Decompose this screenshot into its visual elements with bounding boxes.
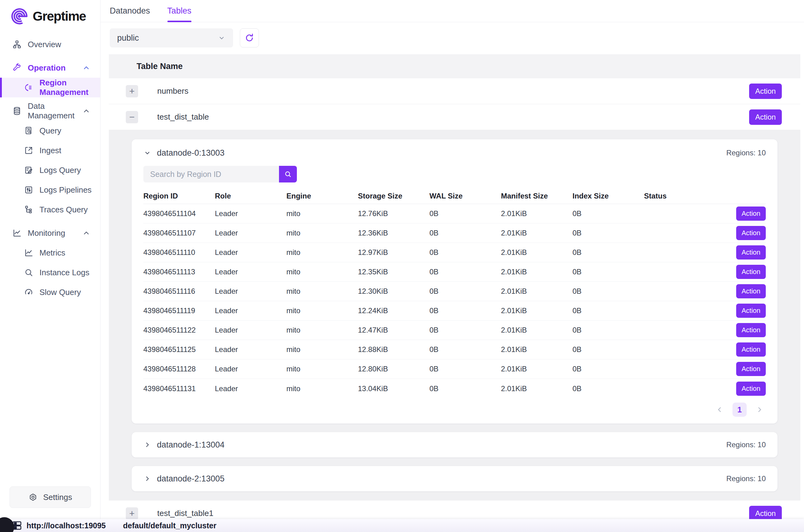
region-action-button[interactable]: Action	[736, 362, 766, 376]
sidebar-item-label: Overview	[28, 40, 61, 49]
region-cell: 0B	[429, 268, 501, 276]
settings-button[interactable]: Settings	[9, 487, 91, 508]
region-cell: mito	[286, 287, 358, 296]
server-url[interactable]: http://localhost:19095	[26, 521, 106, 530]
region-cell: 12.24KiB	[358, 306, 429, 315]
pagination-prev-icon[interactable]	[715, 405, 724, 414]
region-cell: 12.88KiB	[358, 345, 429, 354]
region-cell: 2.01KiB	[501, 209, 573, 218]
database-icon	[12, 106, 22, 116]
sidebar-item-traces-query[interactable]: Traces Query	[0, 200, 100, 220]
column-header: Role	[215, 192, 286, 200]
region-cell: 4398046511122	[143, 326, 215, 335]
tab-tables[interactable]: Tables	[167, 0, 191, 22]
sidebar-item-label: Region Management	[39, 78, 100, 97]
settings-label: Settings	[43, 493, 72, 502]
cluster-name[interactable]: default/default_mycluster	[123, 521, 216, 530]
plus-icon: +	[129, 87, 135, 96]
datanode-1-card[interactable]: datanode-1:13004 Regions: 10	[132, 432, 778, 457]
collapse-button[interactable]: −	[126, 111, 138, 123]
region-action-cell: Action	[736, 284, 766, 298]
region-action-button[interactable]: Action	[736, 226, 766, 240]
sidebar-item-slow-query[interactable]: Slow Query	[0, 282, 100, 302]
region-cell: Leader	[215, 209, 286, 218]
region-cell: 4398046511131	[143, 384, 215, 393]
gauge-icon	[24, 288, 33, 297]
table-name-column-header: Table Name	[137, 62, 183, 71]
sidebar-item-logs-query[interactable]: Logs Query	[0, 160, 100, 180]
pagination-next-icon[interactable]	[755, 405, 764, 414]
app-window: Greptime Overview Operation Region Manag…	[0, 0, 804, 532]
sidebar-item-data-management[interactable]: Data Management	[0, 101, 100, 121]
table-row-numbers: + numbers Action	[109, 78, 800, 104]
sidebar-item-overview[interactable]: Overview	[0, 35, 100, 54]
expand-button[interactable]: +	[126, 507, 138, 520]
region-action-button[interactable]: Action	[736, 323, 766, 337]
refresh-button[interactable]	[240, 28, 259, 48]
table-action-button[interactable]: Action	[749, 83, 782, 99]
table-action-button[interactable]: Action	[749, 506, 782, 521]
region-cell: 0B	[573, 229, 644, 238]
sidebar-item-label: Ingest	[39, 146, 61, 155]
datanode-0-header[interactable]: datanode-0:13003 Regions: 10	[143, 146, 766, 160]
line-chart-icon	[24, 248, 33, 258]
database-select[interactable]: public	[110, 28, 233, 48]
region-action-cell: Action	[736, 265, 766, 279]
region-action-button[interactable]: Action	[736, 304, 766, 318]
table-name: test_dist_table	[157, 112, 209, 122]
region-cell: Leader	[215, 287, 286, 296]
sidebar-item-instance-logs[interactable]: Instance Logs	[0, 263, 100, 282]
region-cell: 4398046511104	[143, 209, 215, 218]
region-cell: mito	[286, 248, 358, 257]
region-cell: 12.30KiB	[358, 287, 429, 296]
sidebar-item-ingest[interactable]: Ingest	[0, 140, 100, 160]
sidebar-item-metrics[interactable]: Metrics	[0, 243, 100, 263]
region-cell: mito	[286, 268, 358, 276]
datanode-name: datanode-1:13004	[157, 440, 225, 450]
region-action-button[interactable]: Action	[736, 207, 766, 221]
region-search-button[interactable]	[279, 166, 297, 183]
region-search-input[interactable]	[143, 166, 279, 183]
region-cell: Leader	[215, 268, 286, 276]
region-cell: 0B	[429, 209, 501, 218]
region-cell: mito	[286, 209, 358, 218]
region-action-button[interactable]: Action	[736, 382, 766, 396]
tree-icon	[24, 205, 33, 214]
region-action-button[interactable]: Action	[736, 245, 766, 260]
region-table-row: 4398046511110Leadermito12.97KiB0B2.01KiB…	[143, 243, 766, 262]
chevron-up-icon	[82, 107, 90, 115]
sidebar-item-label: Slow Query	[39, 288, 81, 297]
region-action-button[interactable]: Action	[736, 342, 766, 357]
sidebar-item-logs-pipelines[interactable]: Logs Pipelines	[0, 180, 100, 200]
region-cell: 4398046511116	[143, 287, 215, 296]
sidebar-item-label: Operation	[28, 63, 66, 73]
brand-name: Greptime	[33, 9, 86, 24]
region-cell: 2.01KiB	[501, 345, 573, 354]
table-action-button[interactable]: Action	[749, 110, 782, 125]
expand-button[interactable]: +	[126, 85, 138, 97]
magnifier-icon	[24, 268, 33, 277]
region-action-button[interactable]: Action	[736, 284, 766, 298]
region-table-row: 4398046511119Leadermito12.24KiB0B2.01KiB…	[143, 301, 766, 321]
region-cell: 12.35KiB	[358, 268, 429, 276]
region-cell: Leader	[215, 229, 286, 238]
minus-icon: −	[129, 113, 135, 122]
chevron-down-icon	[218, 34, 226, 42]
region-cell: 0B	[429, 287, 501, 296]
sidebar-item-monitoring[interactable]: Monitoring	[0, 223, 100, 243]
tab-datanodes[interactable]: Datanodes	[110, 0, 150, 22]
database-select-value: public	[117, 33, 139, 43]
pagination-page-1[interactable]: 1	[732, 402, 747, 417]
sidebar-item-region-management[interactable]: Region Management	[0, 78, 100, 97]
datanode-2-card[interactable]: datanode-2:13005 Regions: 10	[132, 466, 778, 491]
region-action-button[interactable]: Action	[736, 265, 766, 279]
sidebar-item-operation[interactable]: Operation	[0, 58, 100, 78]
region-table-row: 4398046511113Leadermito12.35KiB0B2.01KiB…	[143, 262, 766, 282]
table-name: numbers	[157, 86, 188, 96]
sidebar-item-query[interactable]: Query	[0, 121, 100, 140]
table-row-test-dist-table: − test_dist_table Action	[109, 104, 800, 130]
region-action-cell: Action	[736, 342, 766, 357]
region-cell: 4398046511119	[143, 306, 215, 315]
ingest-box-icon	[24, 146, 33, 155]
sidebar-item-label: Traces Query	[39, 205, 88, 214]
